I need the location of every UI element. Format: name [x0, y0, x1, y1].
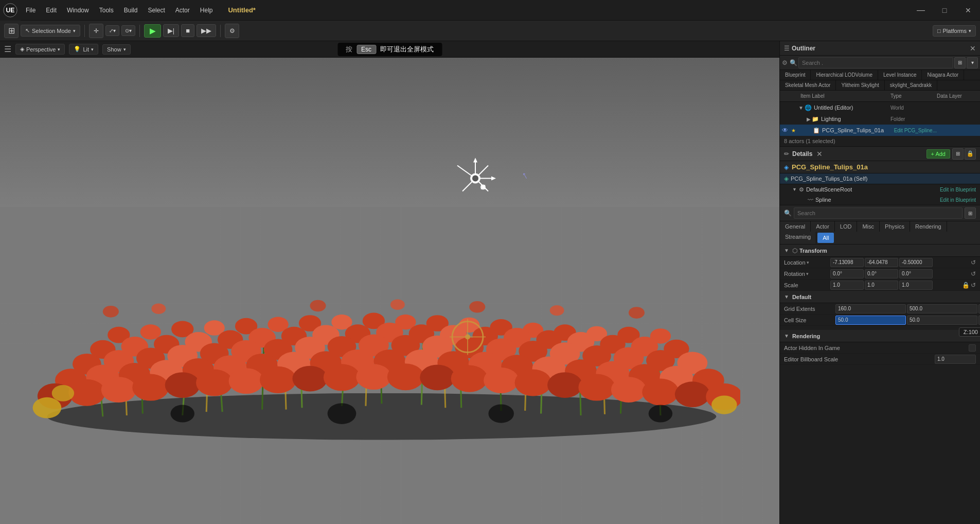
outliner-search-input[interactable] — [798, 57, 953, 68]
location-reset-button[interactable]: ↺ — [971, 259, 976, 266]
col-eye-pcg[interactable]: 👁 — [782, 127, 791, 134]
cell-size-x-input[interactable] — [835, 316, 906, 325]
menu-actor[interactable]: Actor — [170, 5, 195, 16]
viewport-hamburger[interactable]: ☰ — [4, 44, 11, 54]
comp-action-2[interactable]: Edit in Blueprint — [940, 197, 976, 203]
col-star-pcg[interactable]: ★ — [791, 128, 798, 133]
viewport-scene[interactable]: ↑ — [0, 58, 779, 524]
details-close-button[interactable]: ✕ — [816, 150, 823, 158]
svg-point-106 — [133, 374, 169, 401]
cell-size-y-input[interactable] — [907, 316, 977, 325]
self-label: PCG_Spline_Tulips_01a (Self) — [791, 176, 867, 182]
details-view-button[interactable]: ⊞ — [952, 148, 964, 160]
tab-actor[interactable]: Actor — [811, 221, 835, 232]
transform-button-1[interactable]: ✛ — [89, 24, 103, 38]
tree-action-pcg[interactable]: Edit PCG_Spline... — [894, 128, 937, 133]
actor-hidden-checkbox[interactable] — [969, 344, 976, 352]
skip-button[interactable]: ▶▶ — [197, 24, 216, 37]
tab-misc[interactable]: Misc — [857, 221, 880, 232]
tree-type-world: World — [890, 105, 937, 111]
transform-button-3[interactable]: ⊙▾ — [121, 25, 135, 36]
close-button[interactable]: ✕ — [956, 0, 980, 21]
scale-y-input[interactable] — [865, 281, 898, 290]
details-search-view-btn[interactable]: ⊞ — [965, 207, 976, 219]
viewport[interactable]: ☰ ◈ Perspective ▾ 💡 Lit ▾ Show ▾ 按 Esc 即… — [0, 41, 779, 524]
comp-item-default-scene-root[interactable]: ▼ ⚙ DefaultSceneRoot Edit in Blueprint — [780, 184, 980, 195]
svg-point-136 — [328, 404, 357, 425]
filter-tab-niagara[interactable]: Niagara Actor — [922, 70, 964, 80]
rotation-dropdown[interactable]: Rotation ▾ — [784, 271, 830, 277]
menu-build[interactable]: Build — [119, 5, 143, 16]
play-button[interactable]: ▶ — [144, 24, 161, 38]
settings-button[interactable]: ⚙ — [225, 24, 239, 38]
tab-all[interactable]: All — [817, 233, 834, 243]
filter-tab-blueprint[interactable]: Blueprint — [780, 70, 811, 80]
scale-reset-button[interactable]: ↺ — [971, 282, 976, 289]
stop-button[interactable]: ■ — [181, 24, 194, 37]
mode-icon-button[interactable]: ⊞ — [4, 24, 19, 38]
details-self-row[interactable]: ◈ PCG_Spline_Tulips_01a (Self) — [780, 173, 980, 184]
rotation-row: Rotation ▾ ↺ — [780, 268, 980, 280]
menu-window[interactable]: Window — [62, 5, 94, 16]
comp-item-spline[interactable]: 〰 Spline Edit in Blueprint — [780, 195, 980, 205]
menu-edit[interactable]: Edit — [41, 5, 62, 16]
location-z-input[interactable] — [899, 258, 933, 267]
filter-tab-sandrakk[interactable]: skylight_Sandrakk — [885, 80, 937, 90]
cell-size-values — [835, 316, 980, 325]
grid-extents-x-input[interactable] — [835, 304, 906, 313]
rotation-x-input[interactable] — [830, 269, 864, 278]
step-forward-button[interactable]: ▶| — [163, 24, 179, 37]
default-section-header[interactable]: ▼ Default — [780, 291, 980, 303]
outliner-view-button[interactable]: ⊞ — [954, 57, 966, 68]
rotation-y-input[interactable] — [865, 269, 898, 278]
tab-lod[interactable]: LOD — [835, 221, 858, 232]
tab-physics[interactable]: Physics — [880, 221, 910, 232]
tab-rendering[interactable]: Rendering — [910, 221, 947, 232]
details-titlebar: ✏ Details ✕ + Add ⊞ 🔒 — [780, 147, 980, 161]
comp-icon-1: ⚙ — [799, 186, 804, 193]
tree-item-pcg[interactable]: 👁 ★ 📋 PCG_Spline_Tulips_01a Edit PCG_Spl… — [780, 125, 980, 136]
add-component-button[interactable]: + Add — [926, 149, 950, 159]
rendering-section-header[interactable]: ▼ Rendering — [780, 330, 980, 342]
rotation-reset-button[interactable]: ↺ — [971, 270, 976, 277]
billboard-scale-input[interactable] — [935, 355, 976, 364]
details-search-input[interactable] — [794, 207, 963, 219]
transform-section-header[interactable]: ▼ ⬡ Transform — [780, 244, 980, 257]
scale-z-input[interactable] — [899, 281, 933, 290]
tulip-field-scene — [23, 90, 740, 440]
filter-tab-level-instance[interactable]: Level Instance — [878, 70, 922, 80]
tree-item-world[interactable]: ▼ 🌐 Untitled (Editor) World — [780, 102, 980, 113]
selection-mode-button[interactable]: ↖ Selection Mode ▾ — [21, 25, 80, 37]
location-x-input[interactable] — [830, 258, 864, 267]
filter-tab-skeletal[interactable]: Skeletal Mesh Actor — [780, 80, 836, 90]
comp-action-1[interactable]: Edit in Blueprint — [940, 187, 976, 193]
platforms-button[interactable]: □ Platforms ▾ — [933, 25, 976, 37]
menu-tools[interactable]: Tools — [94, 5, 119, 16]
filter-tab-skylight[interactable]: Ylitheim Skylight — [836, 80, 884, 90]
transform-button-2[interactable]: ⤢▾ — [105, 25, 119, 36]
maximize-button[interactable]: □ — [933, 0, 956, 21]
tab-general[interactable]: General — [780, 221, 811, 232]
tree-item-lighting[interactable]: ▶ 📁 Lighting Folder — [780, 113, 980, 125]
tree-arrow-lighting[interactable]: ▶ — [807, 116, 811, 122]
rotation-z-input[interactable] — [899, 269, 933, 278]
details-lock-button[interactable]: 🔒 — [965, 148, 976, 160]
menu-file[interactable]: File — [21, 5, 41, 16]
perspective-button[interactable]: ◈ Perspective ▾ — [15, 44, 65, 55]
scale-lock-button[interactable]: 🔒 — [962, 282, 970, 289]
location-y-input[interactable] — [865, 258, 898, 267]
scale-x-input[interactable] — [830, 281, 864, 290]
lit-button[interactable]: 💡 Lit ▾ — [69, 44, 98, 55]
outliner-settings-button[interactable]: ▾ — [967, 57, 978, 68]
menu-select[interactable]: Select — [142, 5, 170, 16]
filter-tab-lod[interactable]: Hierarchical LODVolume — [811, 70, 878, 80]
tree-arrow-world[interactable]: ▼ — [798, 105, 804, 111]
outliner-close-button[interactable]: ✕ — [970, 44, 976, 53]
svg-point-128 — [390, 300, 405, 310]
location-dropdown[interactable]: Location ▾ — [784, 259, 830, 266]
menu-help[interactable]: Help — [195, 5, 218, 16]
minimize-button[interactable]: — — [909, 0, 933, 21]
show-button[interactable]: Show ▾ — [102, 44, 131, 55]
grid-extents-y-input[interactable] — [907, 304, 977, 313]
tab-streaming[interactable]: Streaming — [780, 232, 816, 244]
